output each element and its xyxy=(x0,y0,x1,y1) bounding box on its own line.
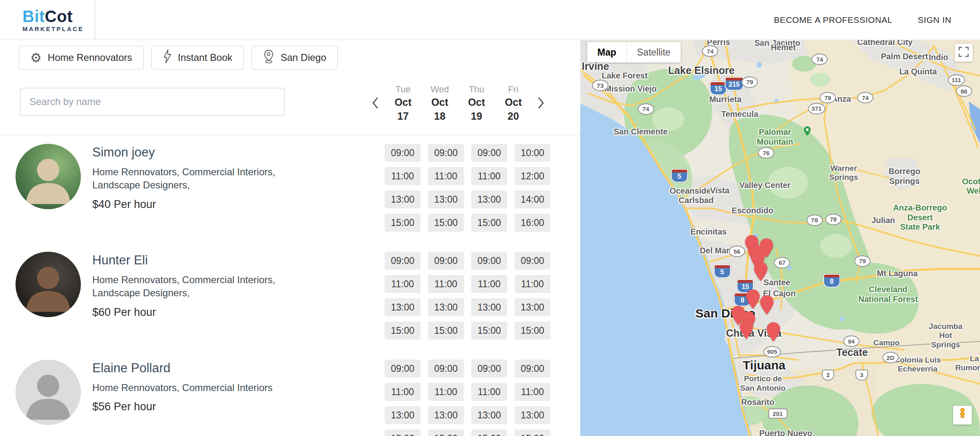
time-slot[interactable]: 13:00 xyxy=(514,298,550,316)
provider-location-pin-icon[interactable] xyxy=(759,295,775,316)
time-slot[interactable]: 13:00 xyxy=(385,190,421,208)
time-slot[interactable]: 10:00 xyxy=(514,144,550,162)
date-column[interactable]: Thu Oct 19 xyxy=(458,83,495,123)
time-slot[interactable]: 15:00 xyxy=(471,429,507,436)
time-slot-grid: 09:0009:0009:0010:0011:0011:0011:0012:00… xyxy=(385,144,550,232)
chevron-left-icon[interactable] xyxy=(366,78,385,127)
time-slot[interactable]: 15:00 xyxy=(428,322,464,340)
time-slot[interactable]: 13:00 xyxy=(385,298,421,316)
time-slot[interactable]: 13:00 xyxy=(428,298,464,316)
person-silhouette-icon xyxy=(16,144,81,209)
time-slot[interactable]: 15:00 xyxy=(514,322,550,340)
time-slot[interactable]: 09:00 xyxy=(514,252,550,270)
person-silhouette-icon xyxy=(16,360,81,425)
instant-book-button[interactable]: Instant Book xyxy=(151,46,244,69)
time-slot[interactable]: 12:00 xyxy=(514,167,550,185)
become-professional-link[interactable]: BECOME A PROFESSIONAL xyxy=(774,15,892,25)
time-slot-grid: 09:0009:0009:0009:0011:0011:0011:0011:00… xyxy=(385,360,550,436)
time-slot[interactable]: 16:00 xyxy=(514,214,550,232)
date-column[interactable]: Wed Oct 18 xyxy=(421,83,458,123)
provider-name: Simon joey xyxy=(92,145,321,160)
time-slot[interactable]: 15:00 xyxy=(385,322,421,340)
date-column[interactable]: Tue Oct 17 xyxy=(385,83,421,123)
highway-shield-icon: 15 xyxy=(710,81,727,95)
time-slot[interactable]: 09:00 xyxy=(428,252,464,270)
location-button[interactable]: San Diego xyxy=(252,46,338,69)
provider-categories: Home Rennovators, Commercial Interiors xyxy=(92,381,321,394)
provider-location-pin-icon[interactable] xyxy=(738,319,755,340)
time-slot[interactable]: 15:00 xyxy=(471,322,507,340)
sign-in-link[interactable]: SIGN IN xyxy=(918,15,951,25)
time-slot[interactable]: 09:00 xyxy=(471,252,507,270)
time-slot[interactable]: 09:00 xyxy=(471,144,507,162)
time-slot[interactable]: 15:00 xyxy=(514,429,550,436)
highway-shield-icon: 79 xyxy=(742,76,758,88)
satellite-view-button[interactable]: Satellite xyxy=(626,42,681,63)
time-slot[interactable]: 15:00 xyxy=(471,214,507,232)
highway-shield-icon: 215 xyxy=(725,77,744,91)
time-slot[interactable]: 09:00 xyxy=(471,360,507,378)
category-filter-button[interactable]: ⚙ Home Rennovators xyxy=(19,46,144,69)
time-slot[interactable]: 09:00 xyxy=(385,252,421,270)
time-slot[interactable]: 14:00 xyxy=(514,190,550,208)
time-slot[interactable]: 13:00 xyxy=(471,190,507,208)
time-slot[interactable]: 11:00 xyxy=(514,383,550,401)
header-nav: BECOME A PROFESSIONAL SIGN IN xyxy=(774,15,951,25)
results-panel: ⚙ Home Rennovators Instant Book San Dieg xyxy=(0,40,580,436)
pegman-button[interactable] xyxy=(953,406,972,425)
chevron-right-icon[interactable] xyxy=(532,78,550,127)
category-filter-label: Home Rennovators xyxy=(48,52,132,63)
highway-shield-icon: 5 xyxy=(714,264,731,278)
time-slot[interactable]: 13:00 xyxy=(514,406,550,424)
provider-row[interactable]: Elaine Pollard Home Rennovators, Commerc… xyxy=(0,351,580,436)
time-slot[interactable]: 13:00 xyxy=(428,406,464,424)
time-slot[interactable]: 15:00 xyxy=(428,214,464,232)
time-slot[interactable]: 11:00 xyxy=(385,167,421,185)
provider-row[interactable]: Simon joey Home Rennovators, Commercial … xyxy=(0,135,580,243)
provider-location-pin-icon[interactable] xyxy=(765,321,782,342)
fullscreen-button[interactable] xyxy=(955,44,973,62)
search-and-dates-row: Tue Oct 17 Wed Oct 18 Thu Oct 19 Fri Oct… xyxy=(0,69,580,135)
highway-shield-icon: 76 xyxy=(758,147,774,159)
time-slot[interactable]: 11:00 xyxy=(428,167,464,185)
logo-wordmark: BitCot xyxy=(22,8,84,25)
map-view-button[interactable]: Map xyxy=(587,42,626,63)
time-slot[interactable]: 11:00 xyxy=(471,167,507,185)
highway-shield-icon: 79 xyxy=(854,255,871,267)
highway-shield-icon: 74 xyxy=(638,103,654,115)
time-slot[interactable]: 09:00 xyxy=(385,144,421,162)
time-slot[interactable]: 15:00 xyxy=(385,214,421,232)
park-poi-icon xyxy=(803,126,811,138)
time-slot[interactable]: 11:00 xyxy=(385,275,421,293)
time-slot[interactable]: 11:00 xyxy=(428,275,464,293)
time-slot[interactable]: 09:00 xyxy=(385,360,421,378)
date-dow: Thu xyxy=(469,84,484,95)
time-slot[interactable]: 13:00 xyxy=(471,298,507,316)
time-slot[interactable]: 09:00 xyxy=(428,360,464,378)
date-column[interactable]: Fri Oct 20 xyxy=(495,83,532,123)
time-slot[interactable]: 11:00 xyxy=(514,275,550,293)
time-slot[interactable]: 13:00 xyxy=(428,190,464,208)
highway-shield-icon: 67 xyxy=(774,257,790,268)
time-slot[interactable]: 15:00 xyxy=(428,429,464,436)
time-slot[interactable]: 11:00 xyxy=(471,275,507,293)
time-slot[interactable]: 11:00 xyxy=(471,383,507,401)
avatar xyxy=(16,252,81,317)
provider-location-pin-icon[interactable] xyxy=(753,261,769,282)
gear-icon: ⚙ xyxy=(30,51,42,64)
search-input[interactable] xyxy=(20,88,285,116)
date-day: 20 xyxy=(508,110,519,123)
time-slot[interactable]: 09:00 xyxy=(514,360,550,378)
map-panel[interactable]: PerrisSan JacintoHemetCathedral CityPalm… xyxy=(580,40,980,436)
time-slot[interactable]: 15:00 xyxy=(385,429,421,436)
provider-info: Elaine Pollard Home Rennovators, Commerc… xyxy=(92,360,321,413)
provider-row[interactable]: Hunter Eli Home Rennovators, Commercial … xyxy=(0,243,580,351)
time-slot[interactable]: 09:00 xyxy=(428,144,464,162)
bitcot-logo[interactable]: BitCot MARKETPLACE xyxy=(22,8,84,32)
time-slot[interactable]: 13:00 xyxy=(471,406,507,424)
time-slot[interactable]: 11:00 xyxy=(385,383,421,401)
time-slot[interactable]: 13:00 xyxy=(385,406,421,424)
time-slot[interactable]: 11:00 xyxy=(428,383,464,401)
date-day: 18 xyxy=(434,110,445,123)
highway-shield-icon: 74 xyxy=(857,92,873,103)
